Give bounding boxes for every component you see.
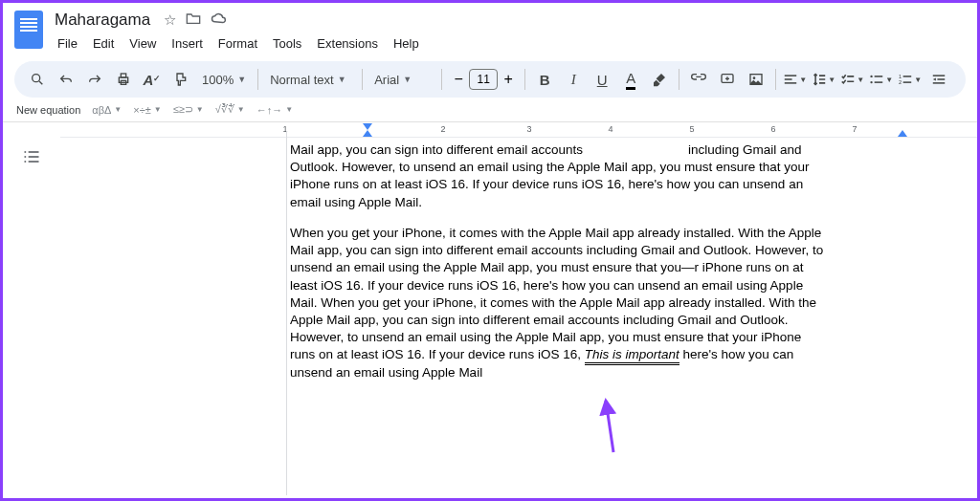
bulleted-list-button[interactable]: ▼ (868, 66, 895, 93)
svg-rect-3 (121, 74, 125, 77)
cloud-status-icon[interactable] (211, 11, 228, 29)
paint-format-button[interactable] (167, 66, 194, 93)
new-equation-button[interactable]: New equation (16, 104, 80, 116)
document-title[interactable]: Maharagama (51, 9, 154, 32)
svg-point-0 (33, 75, 40, 82)
highlight-button[interactable] (646, 66, 673, 93)
para1-a: Mail app, you can sign into different em… (290, 142, 583, 157)
italic-button[interactable]: I (560, 66, 587, 93)
relations-menu[interactable]: ≤≥⊃▼ (173, 103, 204, 116)
zoom-dropdown[interactable]: 100%▼ (196, 66, 252, 93)
operators-menu[interactable]: ×÷±▼ (133, 104, 161, 116)
font-size-increase[interactable]: + (498, 71, 519, 88)
menu-extensions[interactable]: Extensions (310, 33, 385, 54)
svg-point-14 (871, 81, 873, 83)
document-body[interactable]: Mail app, you can sign into different em… (290, 142, 826, 381)
insert-image-button[interactable] (743, 66, 769, 93)
line-spacing-button[interactable]: ▼ (811, 66, 837, 93)
horizontal-ruler[interactable]: 1 2 3 4 5 6 7 (60, 122, 977, 138)
svg-text:2: 2 (899, 79, 902, 85)
insert-link-button[interactable] (685, 66, 712, 93)
text-color-button[interactable]: A (617, 66, 644, 93)
docs-logo-icon[interactable] (14, 11, 43, 49)
menu-edit[interactable]: Edit (86, 33, 121, 54)
add-comment-button[interactable] (714, 66, 741, 93)
print-button[interactable] (110, 66, 137, 93)
font-size-input[interactable]: 11 (469, 69, 498, 90)
decrease-indent-button[interactable] (925, 66, 952, 93)
toolbar: A✓ 100%▼ Normal text▼ Arial▼ − 11 + B I … (14, 61, 966, 98)
svg-point-13 (871, 76, 873, 77)
svg-point-9 (753, 76, 756, 79)
menu-format[interactable]: Format (212, 33, 264, 54)
document-canvas[interactable]: Mail app, you can sign into different em… (60, 138, 977, 490)
menu-tools[interactable]: Tools (266, 33, 308, 54)
undo-button[interactable] (53, 66, 79, 93)
move-icon[interactable] (186, 11, 201, 29)
menu-file[interactable]: File (51, 33, 84, 54)
redo-button[interactable] (81, 66, 108, 93)
bold-button[interactable]: B (531, 66, 558, 93)
paragraph-style-dropdown[interactable]: Normal text▼ (264, 66, 356, 93)
font-dropdown[interactable]: Arial▼ (368, 66, 435, 93)
font-size-decrease[interactable]: − (448, 71, 469, 88)
spellcheck-button[interactable]: A✓ (139, 66, 166, 93)
para2-a: When you get your iPhone, it comes with … (290, 226, 823, 362)
font-size-control: − 11 + (448, 69, 519, 90)
star-icon[interactable]: ☆ (164, 11, 176, 29)
svg-line-1 (39, 81, 42, 84)
search-icon[interactable] (24, 66, 51, 93)
outline-icon (22, 149, 41, 164)
equation-toolbar: New equation αβΔ▼ ×÷±▼ ≤≥⊃▼ √∛∜▼ ←↑→▼ (3, 98, 977, 122)
page-edge (286, 131, 287, 495)
menu-view[interactable]: View (122, 33, 163, 54)
menu-insert[interactable]: Insert (165, 33, 210, 54)
header: Maharagama ☆ File Edit View Insert Forma… (3, 3, 977, 54)
menu-bar: File Edit View Insert Format Tools Exten… (51, 33, 426, 54)
align-dropdown[interactable]: ▼ (782, 66, 809, 93)
emphasized-text: This is important (585, 347, 679, 365)
outline-panel[interactable] (3, 138, 60, 490)
math-ops-menu[interactable]: √∛∜▼ (215, 103, 245, 116)
greek-letters-menu[interactable]: αβΔ▼ (92, 104, 122, 116)
arrows-menu[interactable]: ←↑→▼ (256, 104, 293, 116)
menu-help[interactable]: Help (387, 33, 426, 54)
checklist-button[interactable]: ▼ (839, 66, 866, 93)
underline-button[interactable]: U (589, 66, 615, 93)
svg-text:1: 1 (899, 74, 902, 79)
numbered-list-button[interactable]: 12▼ (897, 66, 924, 93)
content-area: Mail app, you can sign into different em… (3, 138, 977, 490)
